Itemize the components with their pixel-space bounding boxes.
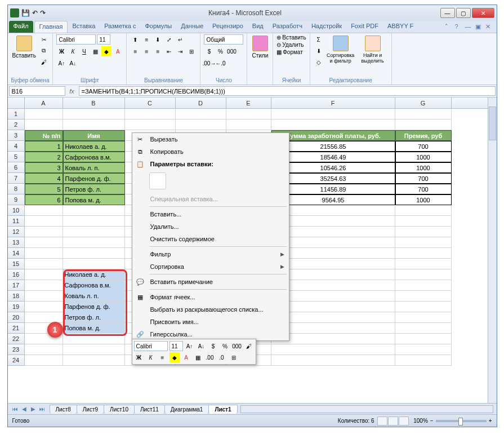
cell[interactable]	[395, 302, 452, 312]
cell[interactable]	[271, 291, 395, 302]
cell[interactable]	[271, 248, 395, 259]
cell[interactable]	[271, 344, 395, 355]
cell[interactable]	[25, 109, 63, 119]
row-header[interactable]: 5	[8, 152, 25, 162]
cell[interactable]	[395, 248, 452, 259]
row-header[interactable]: 3	[8, 130, 25, 141]
mt-shrink-font-icon[interactable]: A↓	[197, 341, 207, 351]
tab-file[interactable]: Файл	[9, 21, 33, 33]
tab-review[interactable]: Рецензиро	[208, 21, 248, 33]
maximize-button[interactable]: ▢	[456, 8, 471, 18]
cell[interactable]	[226, 109, 271, 119]
cell[interactable]: 10546.26	[271, 162, 395, 173]
paste-option-icon[interactable]	[149, 172, 166, 189]
cell[interactable]: 9564.95	[271, 194, 395, 205]
cell[interactable]: Николаев а. д.	[63, 269, 125, 280]
mt-border-icon[interactable]: ▦	[193, 352, 203, 362]
name-box[interactable]: B16	[9, 86, 65, 96]
row-header[interactable]: 19	[8, 302, 25, 312]
cell[interactable]: Сумма заработной платы, руб.	[271, 130, 395, 141]
doc-restore-icon[interactable]: ▣	[475, 23, 483, 31]
cell[interactable]	[63, 237, 125, 248]
autosum-icon[interactable]: Σ	[314, 34, 324, 45]
cell[interactable]	[25, 205, 63, 216]
zoom-in-icon[interactable]: +	[489, 418, 492, 424]
cell[interactable]	[271, 109, 395, 119]
cell[interactable]	[25, 344, 63, 355]
tab-data[interactable]: Данные	[176, 21, 208, 33]
bold-button[interactable]: Ж	[56, 46, 66, 56]
cm-delete[interactable]: Удалить...	[132, 220, 289, 233]
mt-merge-icon[interactable]: ⊞	[229, 352, 239, 362]
sheet-tab[interactable]: Лист10	[104, 405, 135, 414]
cell[interactable]: Парфенов д. ф.	[63, 173, 125, 184]
cell[interactable]	[25, 119, 63, 130]
cell[interactable]: 1000	[395, 162, 452, 173]
cm-define-name[interactable]: Присвоить имя...	[132, 316, 289, 328]
cell[interactable]	[395, 205, 452, 216]
cut-icon[interactable]: ✂	[39, 34, 49, 45]
percent-icon[interactable]: %	[215, 46, 225, 56]
cell[interactable]	[25, 259, 63, 269]
cell[interactable]: 700	[395, 184, 452, 194]
col-header-f[interactable]: F	[271, 98, 395, 108]
cell[interactable]	[25, 237, 63, 248]
col-header-a[interactable]: A	[25, 98, 63, 108]
row-header[interactable]: 7	[8, 173, 25, 184]
row-header[interactable]: 15	[8, 259, 25, 269]
tab-home[interactable]: Главная	[34, 21, 68, 33]
cell[interactable]	[25, 216, 63, 227]
row-header[interactable]: 13	[8, 237, 25, 248]
italic-button[interactable]: К	[68, 46, 78, 56]
cell[interactable]	[395, 334, 452, 344]
cell[interactable]	[395, 344, 452, 355]
cell[interactable]	[395, 119, 452, 130]
cell[interactable]: 21556.85	[271, 141, 395, 152]
cell[interactable]: Петров ф. л.	[63, 312, 125, 323]
currency-icon[interactable]: $	[204, 46, 214, 56]
cell[interactable]	[25, 291, 63, 302]
cell[interactable]	[176, 109, 226, 119]
cell[interactable]	[271, 227, 395, 237]
row-header[interactable]: 21	[8, 323, 25, 334]
close-button[interactable]: ✕	[472, 8, 494, 18]
cell[interactable]	[271, 119, 395, 130]
cell[interactable]: 700	[395, 141, 452, 152]
cell[interactable]	[25, 312, 63, 323]
indent-dec-icon[interactable]: ⇤	[164, 46, 174, 56]
cell[interactable]	[271, 237, 395, 248]
cell[interactable]	[395, 291, 452, 302]
cells-format-icon[interactable]: ▦	[276, 49, 282, 55]
cell[interactable]	[63, 205, 125, 216]
worksheet-grid[interactable]: A B C D E F G 123№ п/пИмяСумма заработно…	[8, 98, 497, 410]
cell[interactable]: 1000	[395, 194, 452, 205]
paste-button[interactable]: Вставить	[11, 34, 37, 60]
zoom-slider[interactable]	[436, 420, 487, 422]
sort-filter-button[interactable]: Сортировка и фильтр	[325, 34, 356, 65]
sheet-tab[interactable]: Лист1	[208, 405, 237, 414]
cell[interactable]	[271, 205, 395, 216]
cm-clear[interactable]: Очистить содержимое	[132, 233, 289, 245]
cell[interactable]	[25, 248, 63, 259]
cell[interactable]	[63, 259, 125, 269]
mt-italic-icon[interactable]: К	[146, 352, 156, 362]
dec-decimal-icon[interactable]: ←.0	[215, 58, 225, 68]
cell[interactable]	[63, 334, 125, 344]
cell[interactable]	[271, 269, 395, 280]
formula-input[interactable]: =ЗАМЕНИТЬ(B4;1;1;ПРОПИСН(ЛЕВСИМВ(B4;1)))	[79, 86, 496, 96]
view-pagebreak-icon[interactable]	[399, 417, 409, 426]
cell[interactable]	[271, 216, 395, 227]
mt-currency-icon[interactable]: $	[208, 341, 218, 351]
cell[interactable]	[63, 355, 125, 366]
cell[interactable]: 18546.49	[271, 152, 395, 162]
shrink-font-icon[interactable]: A↓	[68, 58, 78, 68]
tab-formulas[interactable]: Формулы	[140, 21, 176, 33]
cell[interactable]: 6	[25, 194, 63, 205]
tab-developer[interactable]: Разработч	[268, 21, 307, 33]
mt-font-size[interactable]: 11	[170, 341, 183, 351]
horizontal-scrollbar[interactable]	[240, 405, 493, 413]
cell[interactable]: Коваль л. п.	[63, 291, 125, 302]
row-header[interactable]: 16	[8, 269, 25, 280]
mt-font-color-icon[interactable]: A	[181, 352, 191, 362]
row-header[interactable]: 12	[8, 227, 25, 237]
